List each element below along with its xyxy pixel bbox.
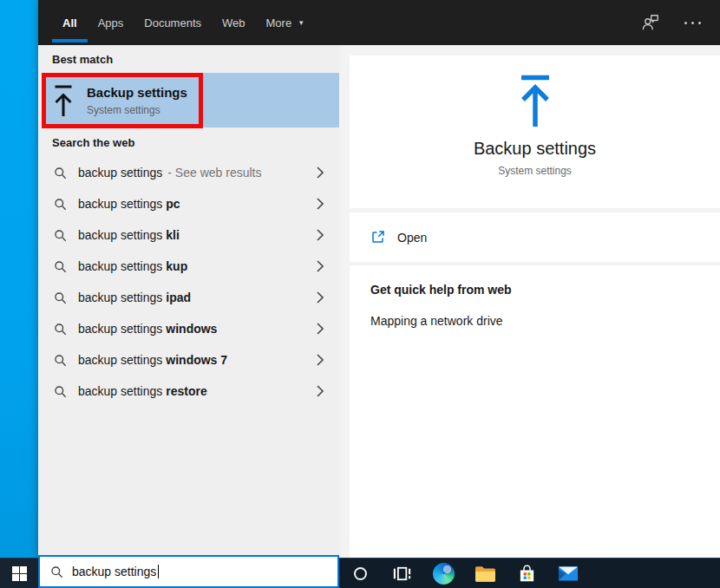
suggestion-bold-text: windows 7 bbox=[166, 353, 227, 367]
tab-more[interactable]: More ▼ bbox=[256, 0, 316, 45]
suggestion-text: backup settings bbox=[78, 259, 162, 273]
suggestion-text: backup settings bbox=[78, 384, 162, 398]
search-icon bbox=[54, 229, 67, 242]
suggestion-bold-text: kli bbox=[166, 228, 180, 242]
windows-desktop: All Apps Documents Web More ▼ bbox=[0, 0, 720, 588]
filter-tab-label: More bbox=[266, 16, 292, 29]
best-match-section-label: Best match bbox=[38, 53, 339, 66]
quick-help-header: Get quick help from web bbox=[370, 283, 699, 297]
best-match-result[interactable]: Backup settings System settings bbox=[42, 73, 339, 127]
preview-title: Backup settings bbox=[474, 139, 596, 159]
search-icon bbox=[54, 167, 67, 180]
filter-tab-label: Documents bbox=[144, 16, 201, 29]
best-match-subtitle: System settings bbox=[87, 104, 187, 116]
filter-tab-label: All bbox=[62, 16, 77, 29]
suggestion-note: - See web results bbox=[167, 166, 261, 180]
chevron-right-icon bbox=[317, 291, 324, 304]
taskbar-icons bbox=[339, 559, 589, 588]
web-suggestion-row[interactable]: backup settings pc bbox=[42, 188, 339, 219]
search-icon bbox=[54, 260, 67, 273]
backup-arrow-icon bbox=[510, 74, 560, 127]
search-icon bbox=[54, 354, 67, 367]
filter-tab-label: Apps bbox=[98, 16, 124, 29]
cortana-icon[interactable] bbox=[339, 559, 381, 588]
open-action-row[interactable]: Open bbox=[350, 212, 720, 262]
task-view-icon[interactable] bbox=[381, 559, 422, 588]
edge-icon[interactable] bbox=[422, 559, 464, 588]
web-suggestion-row[interactable]: backup settings - See web results bbox=[42, 157, 339, 188]
suggestion-bold-text: kup bbox=[166, 259, 187, 273]
preview-panel: Backup settings System settings Open Get… bbox=[339, 45, 720, 558]
suggestion-text: backup settings bbox=[78, 166, 162, 180]
taskbar-search-box[interactable]: backup settings bbox=[38, 555, 339, 588]
more-options-ellipsis-icon[interactable] bbox=[683, 16, 703, 29]
quick-help-card: Get quick help from web Mapping a networ… bbox=[350, 265, 720, 558]
chevron-right-icon bbox=[317, 354, 324, 366]
search-icon bbox=[54, 323, 67, 336]
chevron-right-icon bbox=[317, 385, 324, 397]
results-panel: Best match Backup settings System settin… bbox=[38, 45, 339, 558]
search-icon bbox=[50, 565, 63, 578]
chevron-right-icon bbox=[317, 229, 324, 241]
web-suggestion-row[interactable]: backup settings restore bbox=[42, 376, 339, 407]
best-match-title: Backup settings bbox=[87, 84, 187, 101]
web-suggestion-row[interactable]: backup settings kup bbox=[42, 251, 339, 282]
taskbar: backup settings bbox=[0, 558, 720, 588]
web-suggestion-row[interactable]: backup settings windows 7 bbox=[42, 344, 339, 376]
web-suggestion-row[interactable]: backup settings ipad bbox=[42, 282, 339, 313]
open-external-icon bbox=[370, 230, 385, 245]
chevron-right-icon bbox=[317, 260, 324, 272]
filter-tab-label: Web bbox=[222, 16, 245, 29]
search-results-body: Best match Backup settings System settin… bbox=[38, 45, 720, 558]
filter-tabs: All Apps Documents Web More ▼ bbox=[38, 0, 315, 45]
tab-all[interactable]: All bbox=[52, 0, 88, 45]
suggestion-bold-text: windows bbox=[166, 322, 217, 336]
search-flyout: All Apps Documents Web More ▼ bbox=[38, 0, 720, 558]
suggestion-text: backup settings bbox=[78, 322, 162, 336]
suggestion-bold-text: restore bbox=[166, 384, 206, 398]
chevron-right-icon bbox=[317, 198, 324, 210]
chevron-right-icon bbox=[317, 167, 324, 179]
suggestion-text: backup settings bbox=[78, 228, 162, 242]
open-button-label: Open bbox=[397, 231, 427, 245]
search-icon bbox=[54, 291, 67, 304]
suggestion-text: backup settings bbox=[78, 353, 162, 367]
search-filter-bar: All Apps Documents Web More ▼ bbox=[38, 0, 720, 45]
feedback-user-icon[interactable] bbox=[641, 13, 660, 32]
search-icon bbox=[54, 198, 67, 211]
search-icon bbox=[54, 385, 67, 398]
mail-icon[interactable] bbox=[547, 559, 589, 588]
file-explorer-icon[interactable] bbox=[464, 559, 506, 588]
chevron-right-icon bbox=[317, 323, 324, 335]
tab-web[interactable]: Web bbox=[212, 0, 256, 45]
suggestion-text: backup settings bbox=[78, 197, 162, 211]
text-cursor bbox=[158, 565, 159, 578]
search-web-section-label: Search the web bbox=[38, 136, 339, 149]
chevron-down-icon: ▼ bbox=[298, 19, 304, 27]
web-suggestion-row[interactable]: backup settings kli bbox=[42, 219, 339, 251]
backup-arrow-icon bbox=[53, 84, 74, 117]
suggestion-text: backup settings bbox=[78, 291, 162, 304]
preview-subtitle: System settings bbox=[498, 165, 572, 177]
suggestion-bold-text: ipad bbox=[166, 291, 191, 304]
windows-logo-icon bbox=[12, 566, 27, 581]
microsoft-store-icon[interactable] bbox=[506, 559, 547, 588]
quick-help-link[interactable]: Mapping a network drive bbox=[370, 314, 699, 328]
tab-documents[interactable]: Documents bbox=[134, 0, 212, 45]
topbar-icons bbox=[641, 0, 720, 45]
start-button[interactable] bbox=[0, 559, 38, 588]
preview-hero-card: Backup settings System settings bbox=[350, 56, 720, 208]
web-suggestions-list: backup settings - See web results backup… bbox=[38, 157, 339, 407]
taskbar-search-value: backup settings bbox=[72, 565, 156, 578]
web-suggestion-row[interactable]: backup settings windows bbox=[42, 313, 339, 344]
suggestion-bold-text: pc bbox=[166, 197, 180, 211]
tab-apps[interactable]: Apps bbox=[88, 0, 134, 45]
